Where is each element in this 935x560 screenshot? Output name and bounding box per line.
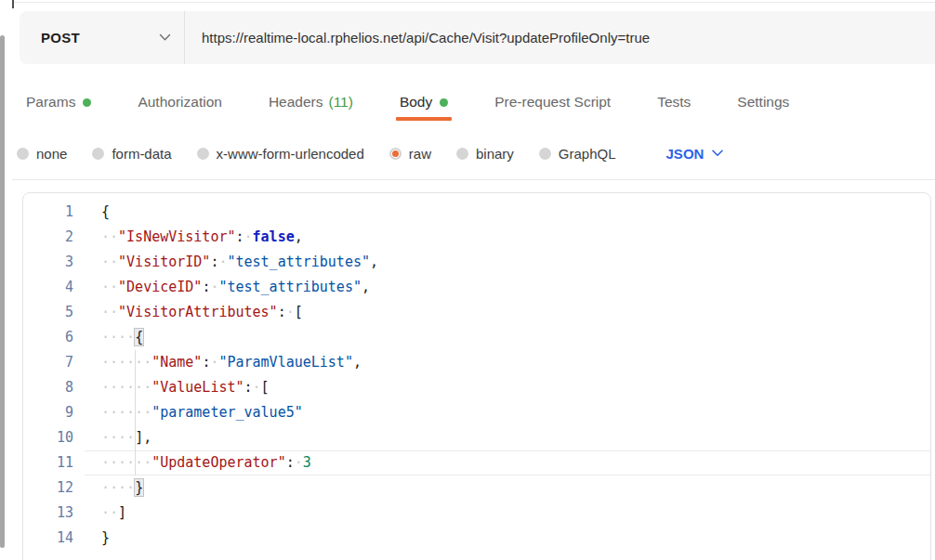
radio-icon xyxy=(92,148,104,160)
tab-body[interactable]: Body xyxy=(400,94,448,111)
line-content: ··"VisitorID":·"test_attributes", xyxy=(85,250,930,275)
line-content: } xyxy=(85,526,930,551)
url-input[interactable]: https://realtime-local.rphelios.net/api/… xyxy=(185,11,935,64)
line-number: 14 xyxy=(23,526,85,551)
tab-tests[interactable]: Tests xyxy=(657,94,691,111)
radio-label: raw xyxy=(409,146,431,162)
radio-label: x-www-form-urlencoded xyxy=(217,146,364,162)
radio-icon xyxy=(197,148,209,160)
line-number: 8 xyxy=(23,375,85,400)
language-dropdown[interactable]: JSON xyxy=(666,146,724,162)
tab-label: Pre-request Script xyxy=(494,94,611,111)
code-line-7[interactable]: 7······"Name":·"ParamVlaueList", xyxy=(23,350,930,375)
line-content: { xyxy=(85,200,930,225)
request-bar: POST https://realtime-local.rphelios.net… xyxy=(20,11,935,64)
tab-authorization[interactable]: Authorization xyxy=(138,94,221,111)
language-label: JSON xyxy=(666,146,705,162)
code-line-12[interactable]: 12····} xyxy=(23,475,930,501)
tab-label: Settings xyxy=(737,94,789,111)
green-dot-indicator xyxy=(83,98,91,107)
section-divider xyxy=(12,179,935,180)
radio-icon xyxy=(539,148,551,160)
line-number: 6 xyxy=(23,325,85,350)
line-content: ····{ xyxy=(85,325,930,350)
radio-label: binary xyxy=(476,146,514,162)
line-number: 13 xyxy=(23,501,85,526)
line-number: 2 xyxy=(23,225,85,250)
line-number: 3 xyxy=(23,250,85,275)
line-content: ··"VisitorAttributes":·[ xyxy=(85,300,930,325)
line-content: ··] xyxy=(85,501,930,526)
tab-settings[interactable]: Settings xyxy=(737,94,789,111)
tab-label: Params xyxy=(26,94,75,111)
radio-label: GraphQL xyxy=(559,146,616,162)
line-content: ······"Name":·"ParamVlaueList", xyxy=(85,350,930,375)
line-content: ······"ValueList":·[ xyxy=(85,375,930,400)
indent-guide xyxy=(135,350,136,475)
left-scrollbar[interactable] xyxy=(0,35,5,548)
radio-icon xyxy=(389,148,402,160)
line-number: 1 xyxy=(23,200,85,225)
body-type-x-www-form-urlencoded[interactable]: x-www-form-urlencoded xyxy=(197,146,364,162)
tab-headers[interactable]: Headers(11) xyxy=(269,94,353,111)
body-type-raw[interactable]: raw xyxy=(389,146,431,162)
code-line-13[interactable]: 13··] xyxy=(23,501,930,526)
line-number: 10 xyxy=(23,425,85,450)
line-content: ····} xyxy=(85,475,930,501)
top-divider xyxy=(12,2,935,3)
radio-icon xyxy=(456,148,468,160)
line-content: ······"parameter_value5" xyxy=(85,400,930,425)
body-type-row: noneform-datax-www-form-urlencodedrawbin… xyxy=(17,141,723,165)
tab-params[interactable]: Params xyxy=(26,94,91,111)
radio-label: none xyxy=(36,146,67,162)
line-content: ····], xyxy=(85,425,930,450)
method-label: POST xyxy=(41,30,80,46)
code-line-8[interactable]: 8······"ValueList":·[ xyxy=(23,375,930,400)
line-number: 5 xyxy=(23,300,85,325)
chevron-down-icon xyxy=(712,150,723,157)
url-text: https://realtime-local.rphelios.net/api/… xyxy=(202,30,650,46)
green-dot-indicator xyxy=(440,98,448,107)
code-line-3[interactable]: 3··"VisitorID":·"test_attributes", xyxy=(23,250,930,275)
code-line-1[interactable]: 1{ xyxy=(23,200,930,225)
request-builder: POST https://realtime-local.rphelios.net… xyxy=(0,0,935,560)
code-line-2[interactable]: 2··"IsNewVisitor":·false, xyxy=(23,225,930,250)
tab-count-badge: (11) xyxy=(328,94,352,111)
body-type-graphql[interactable]: GraphQL xyxy=(539,146,616,162)
tab-label: Headers xyxy=(269,94,323,111)
request-tabs: ParamsAuthorizationHeaders(11)BodyPre-re… xyxy=(26,91,789,113)
code-line-5[interactable]: 5··"VisitorAttributes":·[ xyxy=(23,300,930,325)
line-number: 4 xyxy=(23,275,85,300)
method-selector[interactable]: POST xyxy=(20,11,184,64)
tab-label: Authorization xyxy=(138,94,221,111)
code-line-11[interactable]: 11······"UpdateOperator":·3 xyxy=(23,450,930,475)
line-content: ··"IsNewVisitor":·false, xyxy=(85,225,930,250)
body-type-none[interactable]: none xyxy=(17,146,67,162)
body-type-binary[interactable]: binary xyxy=(456,146,514,162)
panel-edge-mark xyxy=(12,0,14,8)
line-number: 9 xyxy=(23,400,85,425)
code-line-6[interactable]: 6····{ xyxy=(23,325,930,350)
body-code-editor[interactable]: 1{2··"IsNewVisitor":·false,3··"VisitorID… xyxy=(22,192,931,560)
line-number: 7 xyxy=(23,350,85,375)
tab-label: Tests xyxy=(657,94,691,111)
code-line-14[interactable]: 14} xyxy=(23,526,930,551)
code-line-9[interactable]: 9······"parameter_value5" xyxy=(23,400,930,425)
code-line-4[interactable]: 4··"DeviceID":·"test_attributes", xyxy=(23,275,930,300)
radio-label: form-data xyxy=(112,146,171,162)
body-type-form-data[interactable]: form-data xyxy=(92,146,171,162)
line-content: ······"UpdateOperator":·3 xyxy=(85,450,930,475)
line-number: 12 xyxy=(23,475,85,501)
line-number: 11 xyxy=(23,450,85,475)
tab-label: Body xyxy=(400,94,432,111)
radio-icon xyxy=(17,148,29,160)
code-line-10[interactable]: 10····], xyxy=(23,425,930,450)
tab-pre-request-script[interactable]: Pre-request Script xyxy=(494,94,611,111)
chevron-down-icon xyxy=(159,33,171,42)
line-content: ··"DeviceID":·"test_attributes", xyxy=(85,275,930,300)
